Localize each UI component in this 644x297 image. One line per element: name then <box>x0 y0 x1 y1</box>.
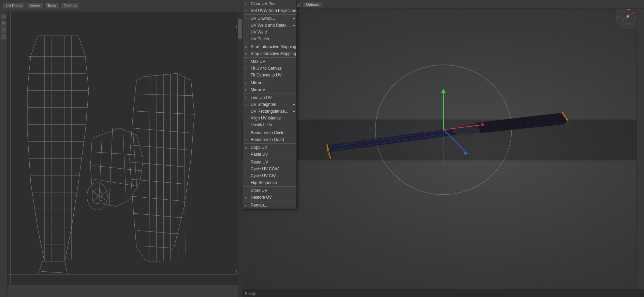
menu-item-uv-straighten[interactable]: ~ UV Straighten... <box>243 101 296 108</box>
status-text: Ready <box>245 292 256 296</box>
svg-line-42 <box>134 213 182 218</box>
reset-uv-icon: ~ <box>245 160 247 164</box>
menu-sep-7 <box>243 143 296 144</box>
boundary-circle-icon: ○ <box>245 131 247 135</box>
menu-item-flip-sequence[interactable]: | Flip Sequence <box>243 179 296 186</box>
uv-editor-panel: UV Editor Select Tools Options ▷ ✛ ↺ ⤢ 0… <box>0 0 242 297</box>
svg-marker-99 <box>441 89 446 93</box>
menu-item-set-uvw-projection[interactable]: × Set UVW from Projection... <box>243 7 296 14</box>
svg-line-46 <box>156 73 157 261</box>
select-tool-icon[interactable]: ▷ <box>1 13 7 19</box>
menu-sep-5 <box>243 94 296 94</box>
menu-item-copy-uv[interactable]: ◈ Copy UV <box>243 144 296 151</box>
scale-tool-icon[interactable]: ⤢ <box>1 34 7 40</box>
unstitch-icon: | <box>245 123 246 127</box>
svg-line-44 <box>141 246 173 248</box>
menu-item-mirror-u[interactable]: ● Mirror U <box>243 80 296 86</box>
viewport-status-bar: Ready <box>242 289 644 297</box>
menu-item-clear-uv-pins[interactable]: × Clear UV Pins <box>243 0 296 7</box>
tools-menu-btn[interactable]: Tools <box>44 3 59 9</box>
menu-item-line-up-uv[interactable]: ~ Line Up UV <box>243 94 296 101</box>
menu-item-uv-rectangularize[interactable]: UV Rectangularize... <box>243 108 296 115</box>
svg-line-19 <box>94 179 136 186</box>
uv-weld-icon: | <box>245 30 246 34</box>
uv-straighten-icon: ~ <box>245 103 247 107</box>
menu-item-unstitch-uv[interactable]: | Unstitch UV <box>243 122 296 128</box>
menu-item-mirror-v[interactable]: ● Mirror V <box>243 86 296 93</box>
svg-line-50 <box>184 76 185 253</box>
menu-sep-4 <box>243 79 296 79</box>
move-tool-icon[interactable]: ✛ <box>1 20 7 26</box>
rotate-tool-icon[interactable]: ↺ <box>1 27 7 33</box>
max-uv-icon: × <box>245 60 247 63</box>
restore-uv-icon: ◈ <box>245 196 247 199</box>
viewport-header: + Perspective Shading Options <box>242 0 644 9</box>
svg-line-38 <box>131 145 192 150</box>
menu-sep-1 <box>243 14 296 15</box>
svg-line-18 <box>93 166 141 171</box>
viewport-options-btn[interactable]: Options <box>303 1 322 8</box>
menu-item-reset-uv[interactable]: ~ Reset UV <box>243 159 296 166</box>
menu-item-restore-uv[interactable]: ◈ Restore UV <box>243 194 296 201</box>
menu-sep-3 <box>243 57 296 58</box>
svg-line-37 <box>131 128 193 133</box>
uv-axis-y <box>10 0 11 285</box>
uv-canvas[interactable]: 0,1 1,1 0,0 1,0 <box>0 12 242 285</box>
cycle-cw-icon: ~ <box>245 174 247 178</box>
menu-item-max-uv[interactable]: × Max UV <box>243 58 296 65</box>
menu-item-boundary-quad[interactable]: ○ Boundary to Quad <box>243 136 296 143</box>
cycle-ccw-icon: ~ <box>245 167 247 171</box>
3d-object-svg <box>276 61 583 198</box>
uv-left-toolbar: ▷ ✛ ↺ ⤢ <box>0 12 8 297</box>
right-edge-panel <box>636 0 644 297</box>
remap-icon: ● <box>245 203 247 207</box>
context-menu: × Clear UV Pins × Set UVW from Projectio… <box>243 0 297 209</box>
line-up-uv-icon: ~ <box>245 96 247 100</box>
flip-seq-icon: | <box>245 181 246 185</box>
menu-item-start-interactive-mapping[interactable]: ◈ Start Interactive Mapping <box>243 43 296 50</box>
copy-uv-icon: ◈ <box>245 146 247 150</box>
menu-item-uv-peeler[interactable]: UV Peeler <box>243 36 296 42</box>
options-menu-btn[interactable]: Options <box>60 3 79 9</box>
uv-editor-menu-btn[interactable]: UV Editor <box>3 3 25 9</box>
menu-item-cycle-uv-cw[interactable]: ~ Cycle UV CW <box>243 172 296 179</box>
stop-interactive-icon: ◈ <box>245 52 247 56</box>
menu-item-uv-unwrap[interactable]: ~ UV Unwrap... <box>243 15 296 22</box>
svg-point-113 <box>627 15 629 17</box>
menu-sep-9 <box>243 186 296 187</box>
menu-item-uv-weld[interactable]: | UV Weld <box>243 29 296 36</box>
uv-scrollbar-v[interactable] <box>238 12 242 297</box>
set-uvw-icon: × <box>245 9 247 13</box>
3d-viewport[interactable]: + Perspective Shading Options <box>242 0 644 297</box>
menu-item-store-uv[interactable]: | Store UV <box>243 187 296 194</box>
svg-line-17 <box>93 152 142 155</box>
svg-line-21 <box>109 128 113 206</box>
uv-scrollbar-thumb[interactable] <box>238 19 242 39</box>
uv-unwrap-icon: ~ <box>245 17 247 20</box>
menu-item-remap[interactable]: ● Remap... <box>243 202 296 209</box>
mirror-u-icon: ● <box>245 81 247 85</box>
menu-item-boundary-to-circle[interactable]: ○ Boundary to Circle <box>243 129 296 136</box>
store-uv-icon: | <box>245 189 246 193</box>
select-menu-btn[interactable]: Select <box>26 3 43 9</box>
menu-sep-2 <box>243 43 296 43</box>
menu-item-align-uv-islands[interactable]: Align UV Islands <box>243 115 296 122</box>
menu-sep-6 <box>243 129 296 129</box>
menu-item-stop-interactive-mapping[interactable]: ◈ Stop Interactive Mapping <box>243 50 296 57</box>
svg-line-49 <box>177 74 178 259</box>
uv-weld-relax-icon: ~ <box>245 24 247 27</box>
menu-item-uv-weld-relax[interactable]: ~ UV Weld and Relax... <box>243 22 296 29</box>
svg-line-43 <box>137 230 177 234</box>
svg-line-22 <box>123 129 126 199</box>
svg-text:Bottom: Bottom <box>623 22 633 25</box>
menu-item-fit-canvas-uv[interactable]: × Fit Canvas to UV <box>243 72 296 79</box>
uv-axis-x <box>0 274 242 275</box>
svg-line-45 <box>149 73 150 261</box>
boundary-quad-icon: ○ <box>245 138 247 142</box>
svg-line-23 <box>133 132 137 192</box>
svg-line-39 <box>130 162 190 167</box>
fit-uv-icon: × <box>245 67 247 70</box>
menu-item-fit-uv-canvas[interactable]: × Fit UV to Canvas <box>243 65 296 72</box>
menu-item-cycle-uv-ccw[interactable]: ~ Cycle UV CCW <box>243 166 296 172</box>
menu-item-paste-uv[interactable]: Paste UV <box>243 151 296 158</box>
